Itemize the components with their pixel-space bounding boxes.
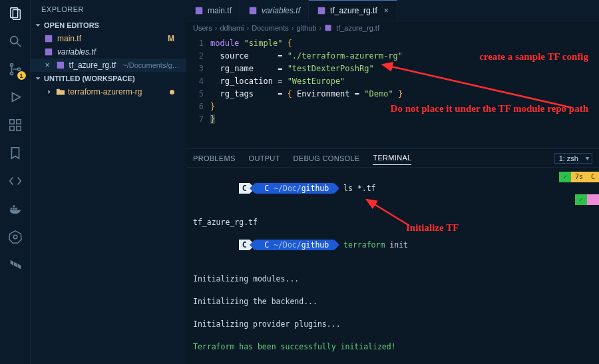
breadcrumb-item[interactable]: Users xyxy=(193,24,212,32)
terraform-file-icon xyxy=(56,61,65,70)
open-editors-header[interactable]: OPEN EDITORS xyxy=(31,19,186,32)
breadcrumb-item[interactable]: tf_azure_rg.tf xyxy=(336,24,379,32)
terminal[interactable]: CC ~/Doc/github ls *.tf ✓ 7s C tf_azure_… xyxy=(186,168,599,364)
activity-bar: 1 xyxy=(0,0,31,364)
line-numbers: 1234567 xyxy=(186,35,210,148)
file-name: tf_azure_rg.tf xyxy=(69,61,116,70)
code-content[interactable]: module "simple" { source = "./terraform-… xyxy=(210,35,403,148)
svg-rect-24 xyxy=(325,25,331,31)
file-name: variables.tf xyxy=(57,47,96,57)
terminal-success: Terraform has been successfully initiali… xyxy=(193,341,592,353)
terraform-file-icon xyxy=(324,24,332,32)
svg-rect-23 xyxy=(318,7,325,14)
svg-rect-21 xyxy=(196,7,203,14)
svg-point-4 xyxy=(10,64,13,67)
terminal-selector[interactable]: 1: zsh xyxy=(554,153,592,164)
terraform-file-icon xyxy=(317,6,326,15)
terminal-command: terraform xyxy=(343,240,385,250)
svg-rect-8 xyxy=(9,120,13,124)
arrow-icon xyxy=(379,61,579,114)
breadcrumb[interactable]: Users› ddhami› Documents› github› tf_azu… xyxy=(186,21,599,35)
svg-marker-7 xyxy=(12,93,20,102)
terraform-file-icon xyxy=(44,47,53,57)
prompt-cwd: C ~/Doc/github xyxy=(255,183,334,194)
tab-label: variables.tf xyxy=(262,6,300,15)
terminal-output: Initializing modules... xyxy=(193,273,592,285)
panel-tab-debug[interactable]: DEBUG CONSOLE xyxy=(294,152,360,165)
svg-rect-18 xyxy=(45,35,53,43)
code-editor[interactable]: 1234567 module "simple" { source = "./te… xyxy=(186,35,599,148)
breadcrumb-item[interactable]: Documents xyxy=(252,24,289,32)
terraform-file-icon xyxy=(194,6,204,15)
file-name: main.tf xyxy=(57,34,81,43)
panel-tab-output[interactable]: OUTPUT xyxy=(249,152,280,165)
open-editors-label: OPEN EDITORS xyxy=(44,21,99,29)
source-control-icon[interactable]: 1 xyxy=(7,61,23,77)
breadcrumb-item[interactable]: ddhami xyxy=(220,24,244,32)
tab-label: main.tf xyxy=(208,6,232,15)
svg-rect-14 xyxy=(15,208,17,210)
extensions-icon[interactable] xyxy=(7,117,23,133)
modified-dot-icon xyxy=(170,90,174,94)
open-editor-variables-tf[interactable]: variables.tf xyxy=(31,45,186,59)
svg-rect-11 xyxy=(16,126,20,130)
svg-rect-10 xyxy=(9,126,13,130)
terminal-output xyxy=(193,307,592,319)
svg-rect-12 xyxy=(10,208,12,210)
panel-tab-terminal[interactable]: TERMINAL xyxy=(373,151,411,165)
breadcrumb-item[interactable]: github xyxy=(296,24,316,32)
folder-terraform-azurerm-rg[interactable]: terraform-azurerm-rg xyxy=(31,85,186,98)
panel-tabs: PROBLEMS OUTPUT DEBUG CONSOLE TERMINAL 1… xyxy=(186,149,599,168)
close-icon[interactable]: × xyxy=(43,61,52,70)
modified-badge: M xyxy=(168,34,181,43)
remote-icon[interactable] xyxy=(7,173,23,189)
tab-variables-tf[interactable]: variables.tf xyxy=(240,0,309,21)
workspace-header[interactable]: UNTITLED (WORKSPACE) xyxy=(31,72,186,85)
prompt-lead-icon: C xyxy=(239,183,250,194)
annotation-no-module-path: Do not place it under the TF module repo… xyxy=(391,102,588,115)
tab-label: tf_azure_rg.tf xyxy=(330,6,377,15)
bookmark-icon[interactable] xyxy=(7,145,23,161)
svg-line-25 xyxy=(383,65,572,108)
search-icon[interactable] xyxy=(7,33,23,49)
terraform-file-icon xyxy=(248,6,258,15)
tab-azure-rg-tf[interactable]: tf_azure_rg.tf × xyxy=(309,0,397,21)
file-path-trail: ~/Documents/git... xyxy=(122,61,181,69)
folder-name: terraform-azurerm-rg xyxy=(68,87,142,96)
terraform-file-icon xyxy=(44,34,53,43)
tab-main-tf[interactable]: main.tf xyxy=(186,0,240,21)
open-editor-main-tf[interactable]: main.tf M xyxy=(31,32,186,45)
explorer-icon[interactable] xyxy=(7,5,23,21)
terminal-output xyxy=(193,330,592,341)
docker-icon[interactable] xyxy=(7,201,23,217)
close-icon[interactable]: × xyxy=(384,6,389,15)
svg-marker-16 xyxy=(9,231,21,243)
kubernetes-icon[interactable] xyxy=(7,229,23,245)
svg-point-17 xyxy=(13,235,17,239)
bottom-panel: PROBLEMS OUTPUT DEBUG CONSOLE TERMINAL 1… xyxy=(186,148,599,364)
main-area: main.tf variables.tf tf_azure_rg.tf × Us… xyxy=(186,0,599,364)
workspace-label: UNTITLED (WORKSPACE) xyxy=(44,75,135,83)
terminal-output: tf_azure_rg.tf xyxy=(193,217,592,228)
svg-rect-15 xyxy=(13,206,15,208)
debug-icon[interactable] xyxy=(7,89,23,105)
sidebar: EXPLORER OPEN EDITORS main.tf M variable… xyxy=(31,0,186,364)
terraform-icon[interactable] xyxy=(7,257,23,273)
folder-icon xyxy=(56,87,65,96)
prompt-cwd: C ~/Doc/github xyxy=(255,240,334,250)
svg-rect-20 xyxy=(57,62,64,69)
svg-line-3 xyxy=(17,43,21,47)
terminal-output xyxy=(193,285,592,296)
editor-tabs: main.tf variables.tf tf_azure_rg.tf × xyxy=(186,0,599,21)
svg-rect-13 xyxy=(13,208,15,210)
terminal-output: Initializing provider plugins... xyxy=(193,319,592,330)
sidebar-title: EXPLORER xyxy=(31,0,186,19)
terminal-command: ls *.tf xyxy=(343,184,375,193)
svg-rect-22 xyxy=(250,7,257,14)
svg-rect-19 xyxy=(45,49,53,56)
panel-tab-problems[interactable]: PROBLEMS xyxy=(193,152,236,165)
svg-point-6 xyxy=(17,68,20,71)
svg-point-2 xyxy=(10,37,17,44)
open-editor-azure-rg-tf[interactable]: × tf_azure_rg.tf ~/Documents/git... xyxy=(31,59,186,72)
annotation-create-config: create a sample TF config xyxy=(479,51,588,63)
